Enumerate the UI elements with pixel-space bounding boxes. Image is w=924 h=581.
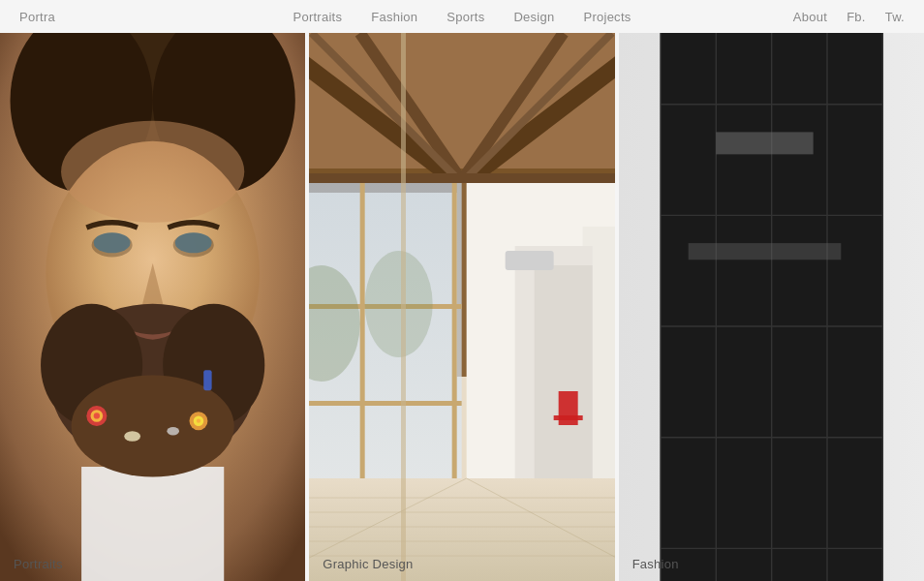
- svg-point-20: [197, 419, 200, 423]
- gallery-label-fashion: Fashion: [632, 557, 679, 571]
- svg-rect-13: [81, 467, 224, 581]
- svg-point-8: [92, 232, 133, 257]
- gallery: Portraits: [0, 33, 924, 581]
- nav-projects[interactable]: Projects: [583, 10, 631, 24]
- svg-rect-56: [506, 251, 554, 270]
- nav-portraits[interactable]: Portraits: [293, 10, 342, 24]
- art-svg: [619, 33, 924, 581]
- svg-rect-55: [554, 415, 583, 420]
- nav-design[interactable]: Design: [513, 10, 554, 24]
- svg-point-5: [61, 121, 244, 223]
- gallery-label-graphic-design: Graphic Design: [323, 557, 413, 571]
- svg-point-9: [173, 232, 214, 257]
- nav-right: About Fb. Tw.: [793, 10, 905, 24]
- interior-svg: [309, 33, 614, 581]
- portrait-svg: [0, 33, 305, 581]
- nav-sports[interactable]: Sports: [447, 10, 484, 24]
- nav-about[interactable]: About: [793, 10, 827, 24]
- site-header: Portra Portraits Fashion Sports Design P…: [0, 0, 924, 33]
- svg-point-17: [94, 413, 100, 418]
- nav-fashion[interactable]: Fashion: [371, 10, 417, 24]
- gallery-item-graphic-design[interactable]: Graphic Design: [309, 33, 614, 581]
- art-image: [619, 33, 924, 581]
- svg-rect-21: [203, 370, 211, 390]
- nav-twitter[interactable]: Tw.: [885, 10, 905, 24]
- nav-left: Portra: [19, 10, 113, 24]
- interior-image: [309, 33, 614, 581]
- svg-point-22: [124, 431, 140, 442]
- svg-rect-41: [309, 401, 462, 406]
- nav-facebook[interactable]: Fb.: [847, 10, 866, 24]
- main-nav: Portraits Fashion Sports Design Projects: [293, 10, 631, 24]
- portrait-image: [0, 33, 305, 581]
- svg-point-58: [365, 251, 433, 357]
- gallery-item-portraits[interactable]: Portraits: [0, 33, 305, 581]
- svg-rect-76: [688, 243, 841, 260]
- site-logo[interactable]: Portra: [19, 10, 55, 24]
- svg-point-23: [167, 427, 179, 435]
- gallery-item-fashion[interactable]: Fashion: [619, 33, 924, 581]
- gallery-label-portraits: Portraits: [14, 557, 63, 571]
- svg-rect-75: [716, 132, 813, 154]
